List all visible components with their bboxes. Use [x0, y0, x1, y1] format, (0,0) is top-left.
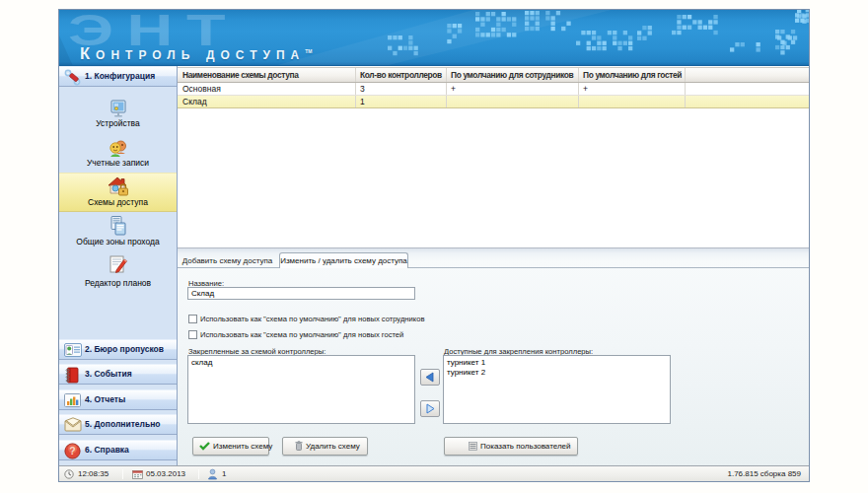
svg-text:?: ?	[69, 445, 75, 457]
